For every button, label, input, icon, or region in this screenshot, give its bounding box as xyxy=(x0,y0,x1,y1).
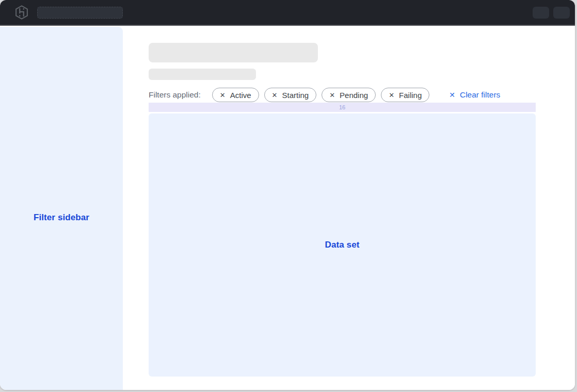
result-count-strip: 16 xyxy=(149,103,536,112)
close-icon: ✕ xyxy=(389,92,394,99)
close-icon: ✕ xyxy=(449,91,455,99)
search-input-placeholder[interactable] xyxy=(37,7,123,19)
app-window: Filter sidebar Filters applied: ✕ Active… xyxy=(0,0,575,390)
filter-pill-label: Active xyxy=(230,91,251,100)
filter-sidebar-label: Filter sidebar xyxy=(0,213,123,223)
close-icon: ✕ xyxy=(329,92,335,99)
dataset-area: Data set xyxy=(149,113,536,377)
filter-pill-label: Starting xyxy=(282,91,309,100)
close-icon: ✕ xyxy=(272,92,278,99)
filter-pill-label: Pending xyxy=(340,91,368,100)
filter-pill-failing[interactable]: ✕ Failing xyxy=(381,88,429,102)
navbar-action-placeholder-1[interactable] xyxy=(533,7,549,19)
filters-applied-label: Filters applied: xyxy=(149,90,201,100)
filter-pill-pending[interactable]: ✕ Pending xyxy=(322,88,376,102)
navbar-action-placeholder-2[interactable] xyxy=(553,7,570,19)
page-title-placeholder xyxy=(149,43,318,62)
filter-pill-starting[interactable]: ✕ Starting xyxy=(264,88,317,102)
top-navbar xyxy=(0,0,575,26)
result-count: 16 xyxy=(339,104,345,110)
main-content: Filters applied: ✕ Active ✕ Starting ✕ P… xyxy=(123,27,575,390)
clear-filters-label: Clear filters xyxy=(460,90,500,100)
hashicorp-logo-icon xyxy=(14,5,29,20)
filter-sidebar: Filter sidebar xyxy=(0,27,123,390)
clear-filters-button[interactable]: ✕ Clear filters xyxy=(449,90,500,100)
filter-pill-active[interactable]: ✕ Active xyxy=(212,88,259,102)
filter-pill-label: Failing xyxy=(399,91,422,100)
dataset-label: Data set xyxy=(325,240,360,250)
page-subtitle-placeholder xyxy=(149,69,256,80)
close-icon: ✕ xyxy=(220,92,226,99)
filters-applied-row: Filters applied: ✕ Active ✕ Starting ✕ P… xyxy=(149,88,500,102)
